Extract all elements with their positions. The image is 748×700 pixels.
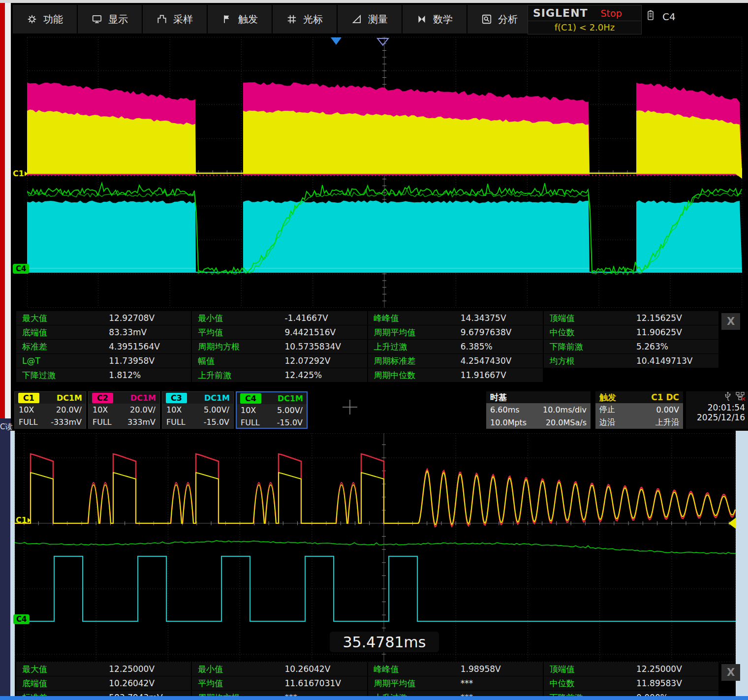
trigger-level-marker-icon[interactable] — [735, 168, 742, 179]
network-icon: ✕ — [735, 391, 745, 403]
measurement-label: 下降过激 — [16, 370, 109, 381]
measurement-label: L@T — [16, 356, 109, 366]
measurement-value: 6.385% — [461, 342, 493, 351]
channel-c4-offset-marker[interactable]: C4 — [13, 264, 29, 274]
active-channel-label: C4 — [662, 11, 676, 23]
trigger-level-marker-bottom-icon[interactable] — [728, 518, 736, 529]
measurement-cell: 周期中位数11.91667V — [368, 368, 543, 382]
channel-c1-offset-marker[interactable]: C1 — [13, 169, 28, 178]
measurement-cell: 顶端值12.15625V — [544, 311, 718, 325]
active-channel-indicator[interactable]: C4 — [647, 10, 676, 23]
menu-item-measure[interactable]: 测量 — [338, 5, 402, 33]
measurement-value: *** — [461, 693, 473, 696]
menu-item-label: 测量 — [368, 13, 388, 26]
channel-box-c3[interactable]: C3DC1M10X5.00V/FULL-15.0V — [162, 391, 234, 429]
channel-c2-chip[interactable]: C2 — [92, 393, 113, 403]
channel-c4-chip[interactable]: C4 — [240, 393, 261, 404]
brand-logo: SIGLENT — [533, 7, 588, 19]
channel-setting: 20.0V/ — [130, 405, 156, 414]
measurement-cell: 周期均方根*** — [192, 691, 367, 696]
trigger-panel[interactable]: 触发 C1 DC 停止 0.00V 边沿 上升沿 — [595, 391, 683, 429]
menu-item-trigger-flag[interactable]: 触发 — [208, 5, 272, 33]
measurement-value: 9.6797638V — [461, 327, 512, 337]
measurement-cell: 周期均方根10.5735834V — [192, 340, 367, 353]
measurement-value: *** — [461, 678, 473, 688]
menu-item-label: 显示 — [108, 13, 128, 26]
channel-c1-offset-marker-bottom[interactable]: C1 — [16, 515, 31, 525]
menu-item-math[interactable]: 数学 — [403, 5, 467, 33]
measurement-label: 平均值 — [192, 327, 284, 338]
waveform-display-bottom[interactable] — [15, 433, 736, 662]
waveform-display-top[interactable] — [27, 37, 742, 308]
trigger-position-marker-icon[interactable] — [376, 37, 389, 46]
measurement-value: 11.89583V — [636, 678, 682, 688]
channel-setting: FULL — [241, 418, 260, 427]
acquisition-status[interactable]: Stop — [601, 8, 622, 19]
measurement-value: 10.5735834V — [285, 342, 341, 351]
measurement-cell: 底端值10.26042V — [16, 676, 191, 690]
channel-box-c4[interactable]: C4DC1M10X5.00V/FULL-15.0V — [236, 391, 308, 429]
measurement-value: 9.4421516V — [285, 327, 336, 337]
channel-coupling: DC1M — [204, 393, 230, 403]
timebase-samplerate: 20.0MSa/s — [538, 418, 587, 427]
measure-icon — [351, 14, 362, 25]
display-icon — [92, 14, 102, 25]
menu-item-label: 触发 — [238, 13, 258, 26]
analysis-icon — [481, 14, 492, 25]
measurement-label: 最小值 — [192, 313, 284, 324]
channel-c1-chip[interactable]: C1 — [18, 393, 39, 403]
oscilloscope-screen-top: 功能显示采样触发光标测量数学分析 SIGLENT Stop f(C1) < 2.… — [11, 3, 748, 431]
measurement-cell: 幅值12.07292V — [192, 354, 367, 368]
measurement-cell: 均方根10.4149713V — [544, 354, 718, 368]
close-measurements-top-button[interactable]: X — [721, 313, 740, 330]
measurement-value: 12.25000V — [109, 664, 155, 674]
channel-c3-chip[interactable]: C3 — [166, 393, 187, 403]
measurement-cell: 上升前激12.425% — [192, 368, 367, 382]
menu-item-acquire[interactable]: 采样 — [143, 5, 207, 33]
menu-item-cursor[interactable]: 光标 — [273, 5, 337, 33]
measurement-row: 标准差583.7943mV周期均方根***上升过激***下降前激0.000% — [16, 691, 718, 696]
menu-item-analysis[interactable]: 分析 — [468, 5, 531, 33]
measurement-value: 11.73958V — [109, 356, 155, 366]
timebase-panel[interactable]: 时基 6.60ms 10.0ms/div 10.0Mpts 20.0MSa/s — [486, 391, 591, 429]
measurement-value: 11.91667V — [461, 370, 506, 380]
measurement-cell: 标准差583.7943mV — [16, 691, 191, 696]
menu-item-label: 光标 — [303, 13, 323, 26]
trigger-delay-marker-icon[interactable] — [331, 37, 342, 45]
math-icon — [416, 14, 427, 25]
measurement-label: 幅值 — [192, 355, 284, 367]
menu-item-display[interactable]: 显示 — [78, 5, 142, 33]
channel-c4-offset-marker-bottom[interactable]: C4 — [13, 614, 30, 624]
measurement-label: 中位数 — [544, 327, 636, 338]
measurement-cell: 中位数11.90625V — [544, 325, 718, 339]
measurement-label: 周期平均值 — [368, 327, 461, 338]
clock-panel: ✕ 20:01:54 2025/12/16 — [686, 391, 748, 429]
channel-setting: FULL — [93, 417, 112, 427]
measurement-row: 标准差4.3951564V周期均方根10.5735834V上升过激6.385%下… — [16, 340, 718, 353]
measurement-table-bottom: 最大值12.25000V最小值10.26042V峰峰值1.98958V顶端值12… — [16, 662, 718, 696]
measurement-cell: 顶端值12.25000V — [544, 662, 718, 676]
trigger-mode: 停止 — [599, 405, 639, 415]
measurement-cell: 周期平均值9.6797638V — [368, 325, 543, 339]
background-window-text: C读 — [0, 422, 12, 432]
measurement-cell: 平均值11.6167031V — [192, 676, 367, 690]
measurement-value: 0.000% — [636, 693, 668, 696]
channel-box-c2[interactable]: C2DC1M10X20.0V/FULL333mV — [88, 391, 160, 429]
measurement-cell: 最小值10.26042V — [192, 662, 367, 676]
measurement-label: 均方根 — [544, 355, 636, 367]
timebase-memory: 10.0Mpts — [490, 418, 538, 427]
channel-box-c1[interactable]: C1DC1M10X20.0V/FULL-333mV — [14, 391, 86, 429]
measurement-row: 最大值12.92708V最小值-1.41667V峰峰值14.34375V顶端值1… — [16, 311, 718, 325]
trigger-frequency-readout: f(C1) < 2.0Hz — [528, 21, 641, 32]
measurement-value: 10.26042V — [285, 664, 331, 674]
channel-setting: 10X — [19, 405, 34, 414]
close-measurements-bottom-button[interactable]: X — [721, 664, 740, 681]
trigger-level: 0.00V — [639, 405, 679, 414]
menu-item-gear[interactable]: 功能 — [13, 5, 77, 33]
menu-item-label: 分析 — [498, 13, 518, 26]
measurement-value: *** — [285, 693, 298, 696]
measurement-label: 标准差 — [16, 692, 109, 697]
measurement-value: 1.98958V — [461, 664, 501, 674]
measurement-label: 平均值 — [192, 678, 284, 689]
measurement-cell: 中位数11.89583V — [544, 676, 718, 690]
